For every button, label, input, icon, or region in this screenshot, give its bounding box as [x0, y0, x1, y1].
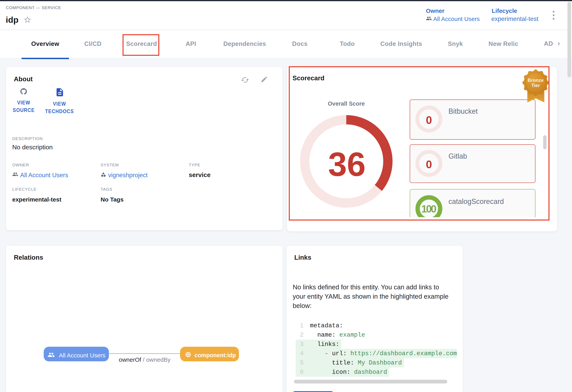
svg-text:Tier: Tier: [531, 83, 540, 88]
svg-text:Bronze: Bronze: [527, 78, 543, 83]
